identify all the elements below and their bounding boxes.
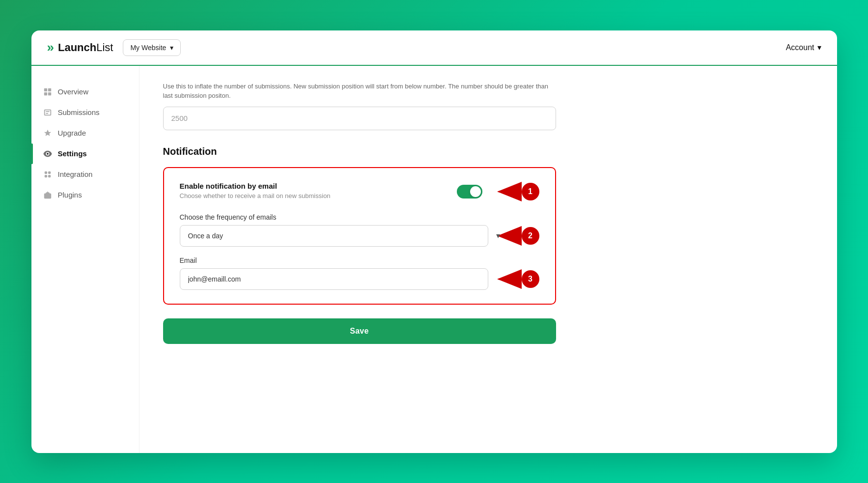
plugins-icon: [43, 191, 52, 199]
svg-rect-0: [44, 88, 47, 91]
annotation-badge-3: 3: [522, 270, 539, 288]
main-layout: Overview Submissions Upgrade: [31, 66, 837, 453]
logo-text: LaunchList: [58, 41, 113, 54]
email-input-wrapper: 3: [180, 268, 539, 290]
notification-box: Enable notification by email Choose whet…: [163, 167, 556, 305]
sidebar-item-label: Plugins: [58, 191, 82, 199]
submissions-icon: [43, 108, 52, 117]
sidebar-item-submissions[interactable]: Submissions: [31, 102, 139, 123]
overview-icon: [43, 87, 52, 96]
sidebar-item-overview[interactable]: Overview: [31, 82, 139, 102]
sidebar-item-integration[interactable]: Integration: [31, 164, 139, 185]
settings-icon: [43, 149, 52, 158]
frequency-section: Choose the frequency of emails Once a da…: [180, 213, 539, 247]
frequency-select[interactable]: Once a day Twice a day Weekly Immediatel…: [180, 225, 488, 247]
enable-notification-row: Enable notification by email Choose whet…: [180, 182, 539, 201]
annotation-badge-2: 2: [522, 227, 539, 245]
logo-icon: »: [47, 40, 54, 55]
inflation-description: Use this to inflate the number of submis…: [163, 82, 556, 101]
sidebar: Overview Submissions Upgrade: [31, 66, 140, 453]
content-area: Use this to inflate the number of submis…: [140, 66, 837, 453]
enable-label-block: Enable notification by email Choose whet…: [180, 182, 331, 199]
sidebar-item-settings[interactable]: Settings: [31, 143, 139, 164]
arrow-shape-1: [492, 182, 522, 201]
arrow-shape-3: [492, 269, 522, 289]
app-window: » LaunchList My Website ▾ Account ▾: [31, 30, 837, 453]
notification-toggle[interactable]: [457, 185, 482, 199]
annotation-3: 3: [492, 269, 539, 289]
frequency-select-wrapper: Once a day Twice a day Weekly Immediatel…: [180, 225, 539, 247]
website-selector-label: My Website: [130, 44, 166, 52]
sidebar-item-label: Overview: [58, 87, 89, 96]
annotation-badge-1: 1: [522, 183, 539, 200]
chevron-down-icon: ▾: [817, 43, 821, 52]
annotation-2: 2: [492, 226, 539, 246]
logo: » LaunchList: [47, 40, 113, 55]
svg-rect-1: [48, 88, 51, 91]
sidebar-item-plugins[interactable]: Plugins: [31, 185, 139, 205]
website-selector[interactable]: My Website ▾: [123, 39, 181, 56]
sidebar-item-label: Settings: [58, 149, 87, 158]
save-button[interactable]: Save: [163, 318, 556, 344]
logo-launch: Launch: [58, 41, 96, 54]
email-section: Email 3: [180, 256, 539, 290]
sidebar-item-upgrade[interactable]: Upgrade: [31, 123, 139, 143]
arrow-shape-2: [492, 226, 522, 246]
header-left: » LaunchList My Website ▾: [47, 39, 181, 56]
chevron-down-icon: ▾: [170, 44, 173, 52]
toggle-knob: [470, 186, 481, 197]
upgrade-icon: [43, 129, 52, 138]
section-title-notification: Notification: [163, 146, 813, 157]
sidebar-item-label: Integration: [58, 170, 93, 178]
inflation-input[interactable]: [163, 107, 556, 130]
header: » LaunchList My Website ▾ Account ▾: [31, 30, 837, 66]
toggle-wrapper: 1: [457, 182, 539, 201]
sidebar-item-label: Upgrade: [58, 129, 86, 137]
sidebar-item-label: Submissions: [58, 108, 100, 116]
email-label: Email: [180, 256, 539, 264]
logo-list: List: [96, 41, 113, 54]
email-input[interactable]: [180, 268, 488, 290]
enable-notification-label: Enable notification by email: [180, 182, 331, 190]
svg-rect-3: [48, 92, 51, 95]
frequency-label: Choose the frequency of emails: [180, 213, 539, 221]
annotation-1: 1: [492, 182, 539, 201]
enable-notification-sublabel: Choose whether to receive a mail on new …: [180, 192, 331, 199]
account-button[interactable]: Account ▾: [786, 43, 821, 52]
integration-icon: [43, 170, 52, 179]
svg-rect-2: [44, 92, 47, 95]
account-label: Account: [786, 43, 814, 52]
